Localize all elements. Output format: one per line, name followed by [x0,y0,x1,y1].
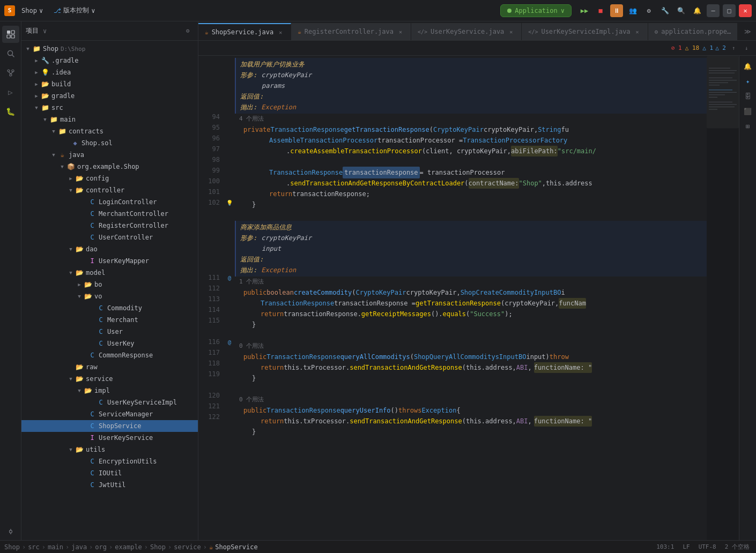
panel-dropdown-icon[interactable]: ∨ [43,27,47,35]
breadcrumb-Shop[interactable]: Shop [150,543,166,551]
tree-item-Merchant[interactable]: C Merchant [21,314,198,326]
tree-item-controller[interactable]: 📂 controller [21,184,198,196]
tree-item-vo[interactable]: 📂 vo [21,290,198,302]
tree-item-ShopService[interactable]: C ShopService [21,420,198,432]
vcs-sidebar-button[interactable] [2,64,19,81]
tab-close-button[interactable]: ✕ [634,28,641,35]
breadcrumb-example[interactable]: example [115,543,142,551]
search-sidebar-button[interactable] [2,45,19,62]
tree-item-gradle[interactable]: 🔧 .gradle [21,55,198,66]
tree-item-shop-root[interactable]: 📁 Shop D:\Shop [21,43,198,55]
tree-item-build[interactable]: 📂 build [21,78,198,90]
tree-item-UserKeyServiceImpl[interactable]: C UserKeyServiceImpl [21,397,198,408]
next-error-button[interactable]: ↓ [741,43,752,54]
tree-item-bo[interactable]: 📂 bo [21,279,198,290]
panel-settings-button[interactable]: ⚙ [182,25,194,37]
settings-button[interactable]: ⚙ [642,4,655,17]
tree-item-UserKeyMapper[interactable]: I UserKeyMapper [21,255,198,267]
tree-item-contracts[interactable]: 📁 contracts [21,125,198,137]
tree-item-Commodity[interactable]: C Commodity [21,302,198,314]
tab-close-button[interactable]: ✕ [277,28,284,36]
terminal-icon[interactable]: ⬛ [742,105,754,118]
tree-item-User[interactable]: C User [21,326,198,338]
tab-ShopService[interactable]: ☕ ShopService.java ✕ [198,23,291,40]
project-selector[interactable]: Shop ∨ [17,6,47,16]
breadcrumb-java[interactable]: java [71,543,87,551]
tree-item-shop-sol[interactable]: ◆ Shop.sol [21,137,198,149]
tabs-overflow-button[interactable]: ≫ [740,23,755,40]
plugins-button[interactable]: 🔧 [658,4,671,17]
layout-icon[interactable]: ⊞ [742,120,754,133]
minimize-button[interactable]: — [707,4,720,17]
profile-button[interactable]: 👥 [626,4,639,17]
interface-file-icon: </> [418,29,427,35]
project-sidebar-button[interactable] [2,26,19,43]
tab-close-button[interactable]: ✕ [507,28,515,35]
run-button[interactable]: Application ∨ [500,4,572,17]
tree-item-org-example-shop[interactable]: 📦 org.example.Shop [21,161,198,173]
tab-UserKeyServiceImpl[interactable]: </> UserKeyServiceImpl.java ✕ [522,23,648,40]
search-button[interactable]: 🔍 [675,4,687,17]
cursor-position[interactable]: 103:1 [654,543,676,550]
tree-item-utils[interactable]: 📂 utils [21,444,198,455]
tab-close-button[interactable]: ✕ [397,28,404,35]
code-editor[interactable]: 加载用户账户切换业务 形参:cryptoKeyPair params 返回值: … [235,56,707,540]
tree-item-service[interactable]: 📂 service [21,373,198,385]
stop-button[interactable]: ■ [594,4,607,17]
tree-item-idea[interactable]: 💡 .idea [21,66,198,78]
notification-icon[interactable]: 🔔 [742,60,754,73]
tree-item-JwtUtil[interactable]: C JwtUtil [21,479,198,491]
tree-item-dao[interactable]: 📂 dao [21,243,198,255]
maximize-button[interactable]: □ [723,4,736,17]
breadcrumb-service[interactable]: service [174,543,201,551]
tab-RegisterController[interactable]: ☕ RegisterController.java ✕ [291,23,411,40]
usage-hint-0[interactable]: 4 个用法 [235,114,707,124]
notifications-button[interactable]: 🔔 [691,4,703,17]
tree-item-UserKey[interactable]: C UserKey [21,338,198,349]
suspend-button[interactable]: ⏸ [610,4,623,17]
git-sidebar-button[interactable] [2,523,19,540]
tree-item-ServiceManager[interactable]: C ServiceManager [21,408,198,420]
tree-item-UserKeyService[interactable]: I UserKeyService [21,432,198,444]
tab-UserKeyService[interactable]: </> UserKeyService.java ✕ [411,23,522,40]
usage-hint-3[interactable]: 0 个用法 [235,394,707,405]
usage-hint-2[interactable]: 0 个用法 [235,341,707,352]
tree-item-CommonResponse[interactable]: C CommonResponse [21,349,198,361]
database-icon[interactable]: 🗄 [742,90,754,103]
prev-error-button[interactable]: ↑ [728,43,739,54]
tree-arrow [79,481,88,489]
tree-item-src[interactable]: 📁 src [21,102,198,114]
tree-item-IOUtil[interactable]: C IOUtil [21,467,198,479]
tree-item-java[interactable]: ☕ java [21,149,198,161]
tree-item-gradle2[interactable]: 📂 gradle [21,90,198,102]
tree-item-EncryptionUtils[interactable]: C EncryptionUtils [21,455,198,467]
lightbulb-icon[interactable]: 💡 [224,197,235,208]
indent-settings[interactable]: 2 个空格 [723,543,752,551]
close-button[interactable]: ✕ [739,4,752,17]
tree-item-raw[interactable]: 📂 raw [21,361,198,373]
run-sidebar-button[interactable]: ▷ [2,84,19,101]
tree-item-main[interactable]: 📁 main [21,114,198,125]
line-ending[interactable]: LF [680,543,692,550]
tab-application[interactable]: ⚙ application.prope… [648,23,738,40]
usage-hint-1[interactable]: 1 个用法 [235,276,707,287]
code-line-96: .createAssembleTransactionProcessor(clie… [235,146,707,156]
debug-sidebar-button[interactable]: 🐛 [2,103,19,120]
tree-item-impl[interactable]: 📂 impl [21,385,198,397]
ln: 101 [201,186,220,197]
debug-button[interactable]: ▶▶ [578,4,591,17]
breadcrumb-ShopService[interactable]: ☕ ShopService [209,543,258,551]
breadcrumb-src[interactable]: src [28,543,40,551]
breadcrumb-shop[interactable]: Shop [4,543,20,551]
breadcrumb-main[interactable]: main [48,543,63,551]
tree-item-LoginController[interactable]: C LoginController [21,196,198,208]
tree-item-UserController[interactable]: C UserController [21,231,198,243]
vcs-selector[interactable]: ⎇ 版本控制 ∨ [49,5,99,16]
ai-icon[interactable]: ✦ [742,75,754,88]
tree-item-MerchantController[interactable]: C MerchantController [21,208,198,220]
breadcrumb-org[interactable]: org [95,543,107,551]
encoding[interactable]: UTF-8 [696,543,718,550]
tree-item-config[interactable]: 📂 config [21,173,198,184]
tree-item-RegisterController[interactable]: C RegisterController [21,220,198,231]
tree-item-model[interactable]: 📂 model [21,267,198,279]
